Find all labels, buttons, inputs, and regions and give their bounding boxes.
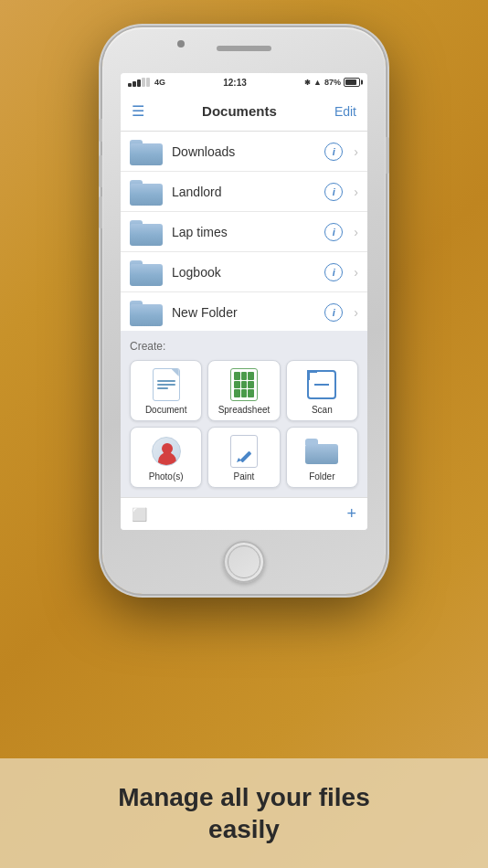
doc-line xyxy=(157,384,175,386)
folder-create-icon-wrapper xyxy=(305,435,338,468)
scan-icon xyxy=(307,370,336,399)
signal-bar-1 xyxy=(128,83,132,87)
sheet-cell xyxy=(234,372,240,380)
info-button[interactable]: i xyxy=(324,183,343,201)
home-button[interactable] xyxy=(223,541,265,583)
file-list: Downloads i › Landlord i › Lap times xyxy=(121,132,367,331)
file-name: Landlord xyxy=(172,185,315,199)
sheet-cell xyxy=(234,389,240,397)
list-item[interactable]: New Folder i › xyxy=(121,292,367,331)
folder-icon xyxy=(130,259,163,286)
pencil-svg xyxy=(237,446,255,464)
add-icon[interactable]: + xyxy=(346,504,356,524)
create-item-label: Document xyxy=(145,405,187,415)
signal-bars xyxy=(128,78,150,87)
device-icon[interactable]: ⬜ xyxy=(132,507,147,522)
sheet-cell xyxy=(248,381,254,389)
nav-bar: ☰ Documents Edit xyxy=(121,91,367,132)
bottom-tagline-area: Manage all your fileseasily xyxy=(0,758,488,868)
paint-icon-wrapper xyxy=(228,435,260,468)
phone-bottom xyxy=(223,530,265,594)
document-file-icon xyxy=(153,368,180,401)
folder-create-body xyxy=(305,444,338,464)
chevron-right-icon: › xyxy=(354,185,358,199)
status-time: 12:13 xyxy=(223,78,247,88)
create-item-label: Scan xyxy=(312,405,333,415)
file-name: Downloads xyxy=(172,144,315,159)
photos-icon xyxy=(150,435,183,468)
status-left: 4G xyxy=(128,78,165,87)
network-type: 4G xyxy=(154,78,165,87)
sheet-cell xyxy=(241,372,248,380)
folder-body xyxy=(130,224,163,246)
spreadsheet-icon xyxy=(228,368,260,401)
info-button[interactable]: i xyxy=(324,143,343,161)
photo-person-body xyxy=(158,452,176,465)
bottom-tagline: Manage all your fileseasily xyxy=(118,781,369,845)
info-button[interactable]: i xyxy=(324,223,343,241)
info-button[interactable]: i xyxy=(324,303,343,322)
svg-rect-0 xyxy=(240,451,252,463)
paint-icon xyxy=(230,435,258,468)
phone-screen: 4G 12:13 ✱ ▲ 87% ☰ Documents Edit xyxy=(121,73,367,530)
create-panel: Create: Document xyxy=(121,331,367,497)
phone-shell: 4G 12:13 ✱ ▲ 87% ☰ Documents Edit xyxy=(102,27,386,594)
create-label: Create: xyxy=(130,340,358,353)
chevron-right-icon: › xyxy=(354,305,358,320)
list-item[interactable]: Landlord i › xyxy=(121,172,367,212)
folder-icon xyxy=(130,218,163,246)
list-item[interactable]: Logbook i › xyxy=(121,252,367,292)
bluetooth-icon: ✱ xyxy=(304,79,311,87)
mute-button xyxy=(99,119,102,142)
chevron-right-icon: › xyxy=(354,265,358,280)
status-bar: 4G 12:13 ✱ ▲ 87% xyxy=(121,73,367,91)
volume-down-button xyxy=(99,196,102,228)
status-right: ✱ ▲ 87% xyxy=(304,78,360,87)
create-photos-button[interactable]: Photo(s) xyxy=(130,427,202,488)
volume-up-button xyxy=(99,155,102,187)
menu-icon[interactable]: ☰ xyxy=(132,102,144,120)
file-name: Logbook xyxy=(172,265,315,280)
doc-line xyxy=(157,387,168,389)
folder-icon xyxy=(130,299,163,326)
create-document-button[interactable]: Document xyxy=(130,360,202,421)
sheet-cell xyxy=(248,372,254,380)
create-spreadsheet-button[interactable]: Spreadsheet xyxy=(207,360,280,421)
edit-button[interactable]: Edit xyxy=(334,104,356,119)
earpiece-speaker xyxy=(217,46,271,51)
battery-icon xyxy=(344,78,360,87)
svg-marker-1 xyxy=(237,458,241,462)
signal-bar-5 xyxy=(146,78,150,87)
signal-bar-4 xyxy=(142,78,145,87)
create-scan-button[interactable]: Scan xyxy=(286,360,358,421)
front-camera xyxy=(177,40,185,48)
doc-line xyxy=(157,380,175,382)
battery-pct: 87% xyxy=(324,78,341,87)
sheet-cell xyxy=(241,381,248,389)
create-folder-button[interactable]: Folder xyxy=(286,427,358,488)
screen-toolbar: ⬜ + xyxy=(121,497,367,530)
folder-body xyxy=(130,304,163,326)
create-item-label: Paint xyxy=(234,471,255,482)
scan-line xyxy=(314,384,329,386)
folder-body xyxy=(130,264,163,286)
sheet-cell xyxy=(234,381,240,389)
info-button[interactable]: i xyxy=(324,263,343,281)
doc-lines xyxy=(157,380,175,391)
create-paint-button[interactable]: Paint xyxy=(207,427,280,488)
signal-bar-2 xyxy=(133,81,136,87)
signal-bar-3 xyxy=(137,79,141,87)
spreadsheet-file-icon xyxy=(230,368,258,401)
create-item-label: Folder xyxy=(309,471,334,482)
folder-icon xyxy=(130,178,163,206)
chevron-right-icon: › xyxy=(354,225,358,239)
chevron-right-icon: › xyxy=(354,144,358,159)
create-item-label: Photo(s) xyxy=(149,471,184,482)
sheet-cell xyxy=(248,389,254,397)
phone-top-bar xyxy=(102,27,386,73)
create-grid: Document xyxy=(130,360,358,488)
list-item[interactable]: Lap times i › xyxy=(121,212,367,252)
list-item[interactable]: Downloads i › xyxy=(121,132,367,172)
folder-create-icon xyxy=(305,439,338,464)
photo-icon xyxy=(152,437,181,466)
